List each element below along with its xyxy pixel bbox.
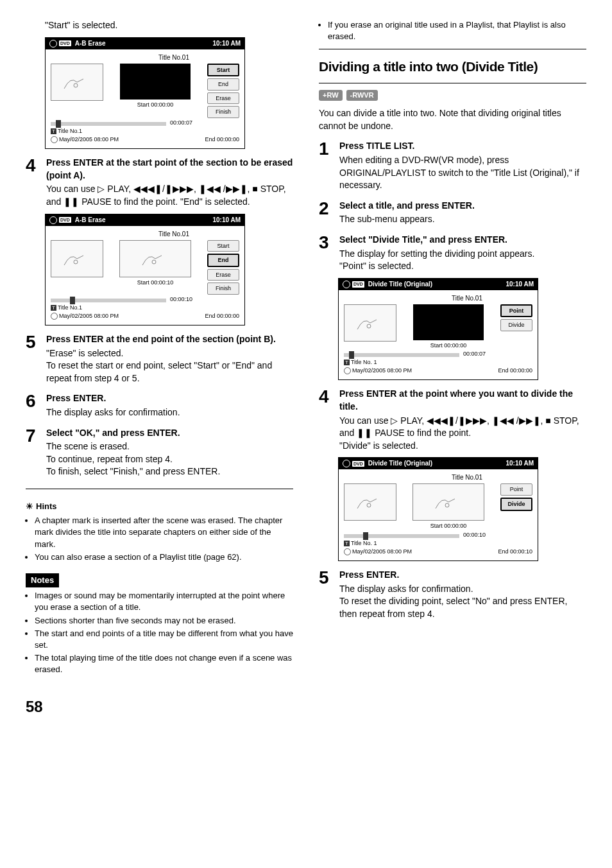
badge-plusrw: +RW bbox=[319, 90, 343, 101]
step4-num: 4 bbox=[26, 157, 40, 208]
divide-panel-1: DVD Divide Title (Original) 10:10 AM Tit… bbox=[338, 278, 538, 381]
hints-list: A chapter mark is inserted after the sce… bbox=[26, 515, 293, 563]
rstep5: 5 Press ENTER. The display asks for conf… bbox=[319, 569, 586, 620]
stop-icon: ■ bbox=[545, 415, 550, 426]
section-heading: Dividing a title into two (Divide Title) bbox=[319, 57, 586, 76]
note-item: Images or sound may be momentarily inter… bbox=[35, 590, 293, 613]
play-icon: ▷ bbox=[98, 184, 105, 194]
panel1-btn-start[interactable]: Start bbox=[207, 64, 239, 77]
play-icon: ▷ bbox=[391, 415, 398, 426]
rewind-icon: ◀◀◀❚ bbox=[427, 415, 455, 426]
panel3-btn-divide[interactable]: Divide bbox=[500, 319, 532, 331]
panel2-endcap: End 00:00:00 bbox=[205, 312, 239, 320]
forward-icon: ❚▶▶▶ bbox=[165, 184, 194, 194]
rewind-icon: ◀◀◀❚ bbox=[133, 184, 162, 194]
skip-back-icon: ❚◀◀ bbox=[199, 184, 221, 194]
ab-erase-panel-1: DVD A-B Erase 10:10 AM Title No.01 Start… bbox=[45, 37, 245, 150]
hint-item: A chapter mark is inserted after the sce… bbox=[35, 515, 293, 550]
panel1-time: 10:10 AM bbox=[212, 39, 241, 48]
panel4-btn-point[interactable]: Point bbox=[500, 483, 532, 496]
panel2-title: A-B Erase bbox=[75, 216, 213, 225]
intro-text: "Start" is selected. bbox=[45, 19, 293, 32]
disc-icon: DVD bbox=[49, 40, 71, 48]
step4-body: You can use ▷ PLAY, ◀◀◀❚/❚▶▶▶, ❚◀◀ /▶▶❚,… bbox=[46, 183, 293, 208]
panel2-btn-end[interactable]: End bbox=[207, 254, 239, 267]
panel1-preview bbox=[120, 64, 191, 100]
panel3-thumb bbox=[344, 304, 396, 342]
panel2-progress bbox=[51, 299, 166, 302]
panel1-btn-erase[interactable]: Erase bbox=[207, 92, 239, 105]
divide-panel-2: DVD Divide Title (Original) 10:10 AM Tit… bbox=[338, 457, 538, 561]
panel1-endcap: End 00:00:00 bbox=[205, 135, 239, 144]
notes-list: Images or sound may be momentarily inter… bbox=[26, 590, 293, 675]
note-item: Sections shorter than five seconds may n… bbox=[35, 615, 293, 627]
panel2-titleline: Title No.1 bbox=[58, 304, 82, 311]
left-column: "Start" is selected. DVD A-B Erase 10:10… bbox=[26, 19, 293, 677]
panel2-btn-finish[interactable]: Finish bbox=[207, 282, 239, 295]
pause-icon: ❚❚ bbox=[357, 428, 372, 438]
step4-head: Press ENTER at the start point of the se… bbox=[46, 157, 293, 182]
panel1-title: A-B Erase bbox=[75, 39, 213, 48]
forward-icon: ❚▶▶▶ bbox=[458, 415, 487, 426]
panel2-startcap: Start 00:00:10 bbox=[137, 279, 174, 287]
panel4-progress bbox=[344, 534, 459, 538]
badge-minusrwvr: -RWVR bbox=[346, 90, 378, 101]
panel3-btn-point[interactable]: Point bbox=[500, 304, 532, 318]
panel1-btn-end[interactable]: End bbox=[207, 78, 239, 91]
panel4-thumb bbox=[344, 483, 396, 521]
step7: 7 Select "OK," and press ENTER. The scen… bbox=[26, 427, 293, 478]
step5: 5 Press ENTER at the end point of the se… bbox=[26, 333, 293, 385]
disc-icon: DVD bbox=[343, 460, 364, 467]
panel1-progress bbox=[51, 122, 166, 126]
rstep4: 4 Press ENTER at the point where you wan… bbox=[319, 388, 586, 452]
hint-item: You can also erase a section of a Playli… bbox=[35, 551, 293, 563]
stop-icon: ■ bbox=[252, 184, 257, 194]
panel1-titleno: Title No.01 bbox=[108, 53, 239, 62]
panel2-btn-erase[interactable]: Erase bbox=[207, 269, 239, 281]
panel2-btn-start[interactable]: Start bbox=[207, 240, 239, 252]
panel2-elapsed: 00:00:10 bbox=[170, 295, 192, 304]
skip-back-icon: ❚◀◀ bbox=[492, 415, 514, 426]
panel1-titleline: Title No.1 bbox=[58, 128, 82, 134]
note-item: The total playing time of the title does… bbox=[35, 652, 293, 675]
panel3-preview bbox=[413, 304, 484, 340]
right-column: If you erase an original title used in a… bbox=[319, 19, 586, 677]
panel2-date: May/02/2005 08:00 PM bbox=[59, 313, 119, 319]
step4: 4 Press ENTER at the start point of the … bbox=[26, 157, 293, 208]
panel2-titleno: Title No.01 bbox=[108, 230, 239, 239]
panel2-thumb bbox=[51, 240, 103, 277]
page-number: 58 bbox=[26, 696, 586, 718]
divider bbox=[26, 489, 293, 489]
top-bullet: If you erase an original title used in a… bbox=[319, 19, 586, 42]
panel2-time: 10:10 AM bbox=[212, 216, 241, 225]
hints-heading: Hints bbox=[26, 501, 293, 512]
skip-fwd-icon: ▶▶❚ bbox=[226, 184, 248, 194]
rstep1: 1 Press TITLE LIST. When editing a DVD-R… bbox=[319, 140, 586, 191]
rstep2: 2 Select a title, and press ENTER. The s… bbox=[319, 200, 586, 226]
section-heading-wrap: Dividing a title into two (Divide Title) bbox=[319, 49, 586, 83]
rstep3: 3 Select "Divide Title," and press ENTER… bbox=[319, 234, 586, 273]
panel1-elapsed: 00:00:07 bbox=[170, 119, 192, 127]
panel1-thumb bbox=[51, 64, 103, 101]
skip-fwd-icon: ▶▶❚ bbox=[519, 415, 541, 426]
step6: 6 Press ENTER. The display asks for conf… bbox=[26, 392, 293, 419]
panel2-preview bbox=[119, 240, 191, 277]
ab-erase-panel-2: DVD A-B Erase 10:10 AM Title No.01 Start… bbox=[45, 214, 245, 326]
panel4-btn-divide[interactable]: Divide bbox=[500, 498, 532, 511]
format-badges: +RW -RWVR bbox=[319, 90, 586, 101]
panel1-startcap: Start 00:00:00 bbox=[137, 101, 174, 109]
section-intro: You can divide a title into two. Note th… bbox=[319, 107, 586, 132]
panel1-date: May/02/2005 08:00 PM bbox=[59, 136, 119, 143]
panel1-btn-finish[interactable]: Finish bbox=[207, 106, 239, 118]
disc-icon: DVD bbox=[343, 281, 364, 288]
disc-icon: DVD bbox=[49, 216, 71, 224]
panel4-preview bbox=[412, 483, 484, 521]
panel3-progress bbox=[344, 353, 459, 357]
note-item: The start and end points of a title may … bbox=[35, 628, 293, 651]
pause-icon: ❚❚ bbox=[64, 196, 79, 207]
notes-heading: Notes bbox=[26, 573, 59, 587]
